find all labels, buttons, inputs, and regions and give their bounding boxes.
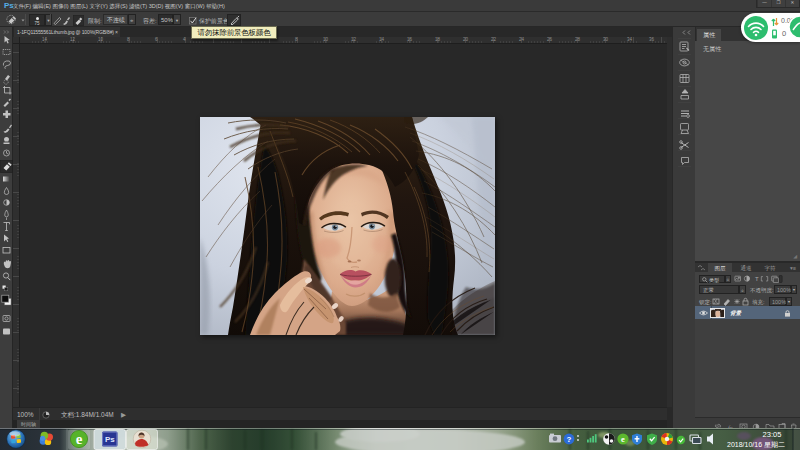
svg-text:T: T [755,276,759,282]
svg-text:23:05: 23:05 [763,430,782,439]
svg-text:e: e [621,434,625,444]
svg-text:e: e [76,431,83,447]
svg-text:2018/10/16 星期二: 2018/10/16 星期二 [727,441,785,448]
svg-text:?: ? [567,435,572,444]
svg-text:Ps: Ps [105,435,115,444]
